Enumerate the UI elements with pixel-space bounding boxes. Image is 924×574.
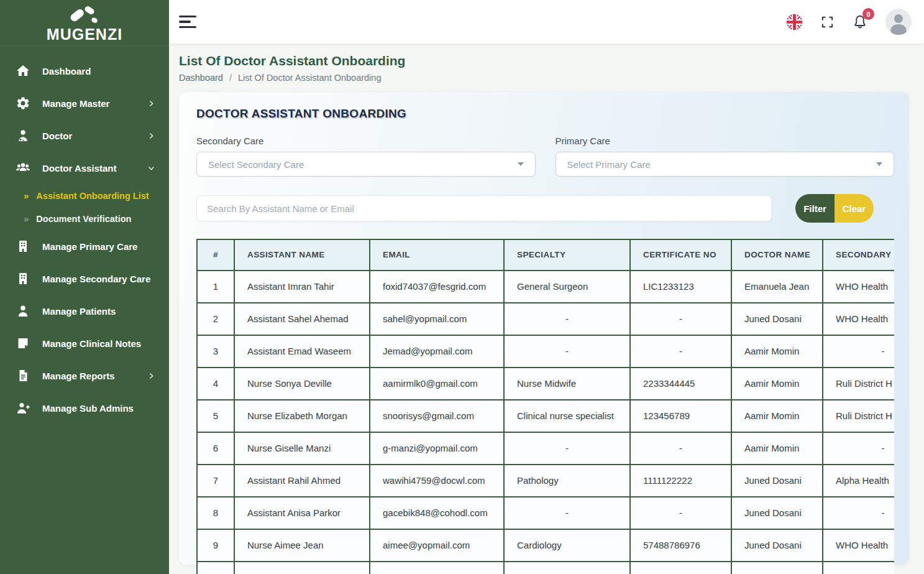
cell-assistant-name: Assistant Imran Tahir [234, 271, 370, 303]
cell-secondary: Alpha Health [823, 465, 894, 497]
secondary-care-placeholder: Select Secondary Care [208, 159, 304, 170]
cell-secondary: Ruli District H [823, 400, 894, 432]
cell-secondary: - [823, 497, 894, 529]
filter-button[interactable]: Filter [795, 194, 835, 223]
sidebar-item-manage-clinical-notes[interactable]: Manage Clinical Notes [0, 327, 169, 359]
cell-email: g-manzi@yopmail.com [370, 432, 504, 465]
sidebar-item-dashboard[interactable]: Dashboard [0, 55, 169, 87]
cell-email: sahel@yopmail.com [370, 303, 504, 335]
sidebar-item-label: Doctor Assistant [42, 163, 116, 174]
cell-email: wawihi4759@docwl.com [370, 465, 504, 497]
user-avatar[interactable] [885, 9, 912, 35]
table-header-row: #ASSISTANT NAMEEMAILSPECIALTYCERTIFICATE… [197, 239, 894, 271]
fullscreen-icon [820, 15, 835, 29]
sidebar-item-label: Manage Secondary Care [42, 274, 150, 284]
brand-logo[interactable]: MUGENZI [0, 0, 169, 46]
patients-icon [15, 303, 31, 319]
sidebar-item-manage-secondary-care[interactable]: Manage Secondary Care [0, 262, 169, 295]
cell-secondary: - [823, 432, 894, 465]
sidebar-item-manage-master[interactable]: Manage Master [0, 87, 169, 119]
sidebar-item-label: Manage Reports [42, 371, 115, 381]
cell-doctor-name: Aamir Momin [731, 400, 823, 432]
column-header-email: EMAIL [370, 239, 504, 271]
table-row: 6Nurse Giselle Manzig-manzi@yopmail.com-… [197, 432, 894, 465]
column-header-specialty: SPECIALTY [504, 239, 630, 271]
chevron-down-icon [876, 162, 882, 166]
sidebar-item-doctor[interactable]: Doctor [0, 119, 169, 152]
sidebar-item-doctor-assistant[interactable]: Doctor Assistant [0, 152, 169, 184]
sidebar-subitem-assistant-onboarding-list[interactable]: »Assistant Onboarding List [0, 184, 169, 207]
sidebar-item-label: Manage Patients [42, 306, 116, 317]
cell-doctor-name: Aamir Momin [731, 335, 823, 368]
cell-email: dahewi7163@docwl.com [370, 562, 504, 574]
sidebar-item-label: Manage Primary Care [42, 241, 137, 252]
cell-specialty: Clinical nurse specialist [504, 400, 630, 432]
notification-badge: 0 [862, 8, 874, 20]
chevron-right-icon [147, 100, 155, 108]
primary-care-placeholder: Select Primary Care [567, 159, 651, 170]
cell-index: 8 [197, 497, 234, 529]
main-content: List Of Doctor Assistant Onboarding Dash… [169, 0, 924, 574]
cell-doctor-name: Museeb Affan [731, 562, 823, 574]
sidebar-item-manage-sub-admins[interactable]: Manage Sub Admins [0, 392, 169, 424]
cell-index: 10 [197, 562, 234, 574]
sub-admins-icon [15, 400, 31, 416]
sidebar-subitem-label: Document Verification [36, 214, 131, 224]
cell-assistant-name: Nurse Elizabeth Morgan [234, 400, 370, 432]
hamburger-menu-icon[interactable] [179, 16, 198, 29]
cell-certificate-no: 57488786976 [630, 529, 731, 562]
cell-assistant-name: Assistant Sahel Ahemad [234, 303, 370, 335]
secondary-care-select[interactable]: Select Secondary Care [196, 152, 536, 177]
sidebar-item-manage-primary-care[interactable]: Manage Primary Care [0, 230, 169, 262]
cell-specialty: General Surgeon [504, 271, 630, 303]
breadcrumb-current: List Of Doctor Assistant Onboarding [238, 73, 382, 83]
cell-email: gacebik848@cohodl.com [370, 497, 504, 529]
topbar-actions: 0 [786, 9, 912, 35]
double-chevron-icon: » [24, 213, 29, 224]
cell-specialty: - [504, 497, 630, 529]
page-title: List Of Doctor Assistant Onboarding [179, 53, 909, 68]
clear-button[interactable]: Clear [835, 194, 874, 223]
page-header: List Of Doctor Assistant Onboarding Dash… [169, 44, 924, 83]
double-chevron-icon: » [24, 190, 29, 201]
chevron-down-icon [518, 162, 524, 166]
table-row: 10Assistant Heung Min Parkdahewi7163@doc… [197, 562, 894, 574]
language-flag-button[interactable] [786, 14, 803, 30]
cell-assistant-name: Assistant Anisa Parkor [234, 497, 370, 529]
breadcrumb-dashboard-link[interactable]: Dashboard [179, 73, 223, 83]
cell-secondary: WHO Health [823, 271, 894, 303]
cell-certificate-no: 1111122222 [630, 465, 731, 497]
cell-email: foxid74037@fesgrid.com [370, 271, 504, 303]
primary-care-label: Primary Care [556, 136, 895, 146]
cell-certificate-no: 123456789 [630, 400, 731, 432]
person-silhouette-icon [885, 9, 912, 35]
search-input[interactable] [196, 195, 772, 221]
cell-index: 7 [197, 465, 234, 497]
cell-index: 1 [197, 271, 234, 303]
cell-certificate-no: - [630, 497, 731, 529]
cell-secondary: Ruli District H [823, 368, 894, 400]
uk-flag-icon [786, 14, 803, 30]
sidebar-subitem-label: Assistant Onboarding List [36, 191, 149, 201]
cell-specialty: Nurse Midwife [504, 368, 630, 400]
sidebar-subitem-document-verification[interactable]: »Document Verification [0, 207, 169, 230]
sidebar-item-manage-reports[interactable]: Manage Reports [0, 359, 169, 392]
notifications-button[interactable]: 0 [852, 14, 868, 30]
sidebar-item-label: Dashboard [42, 66, 91, 76]
table-row: 9Nurse Aimee Jeanaimee@yopmail.comCardio… [197, 529, 894, 562]
table-row: 7Assistant Rahil Ahmedwawihi4759@docwl.c… [197, 465, 894, 497]
cell-doctor-name: Aamir Momin [731, 368, 823, 400]
column-header-index: # [197, 239, 234, 271]
assistants-table: #ASSISTANT NAMEEMAILSPECIALTYCERTIFICATE… [196, 239, 894, 574]
cell-specialty: Cardiology [504, 529, 630, 562]
cell-doctor-name: Aamir Momin [731, 432, 823, 465]
cell-assistant-name: Assistant Emad Waseem [234, 335, 370, 368]
cell-doctor-name: Juned Dosani [731, 303, 823, 335]
secondary-care-label: Secondary Care [196, 136, 536, 146]
sidebar-item-manage-patients[interactable]: Manage Patients [0, 295, 169, 327]
fullscreen-button[interactable] [820, 15, 835, 29]
cell-index: 2 [197, 303, 234, 335]
cell-index: 6 [197, 432, 234, 465]
cell-secondary: WHO Health [823, 529, 894, 562]
primary-care-select[interactable]: Select Primary Care [556, 152, 895, 177]
